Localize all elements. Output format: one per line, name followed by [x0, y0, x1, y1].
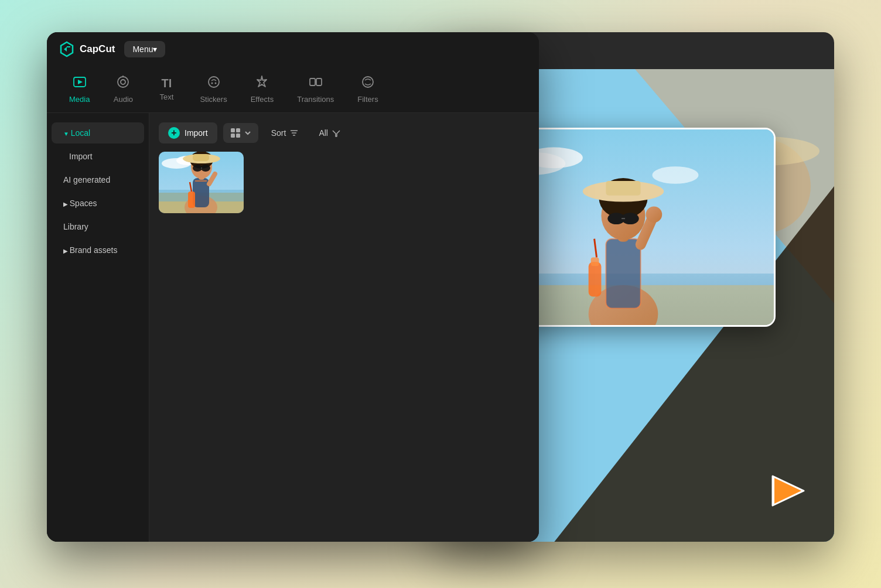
sidebar-item-library[interactable]: Library	[52, 216, 144, 237]
main-content: Local Import AI generated Spaces Library…	[47, 113, 539, 542]
svg-marker-28	[774, 478, 801, 504]
capcut-logo-icon	[59, 41, 75, 57]
chevron-down-icon	[244, 129, 251, 136]
tab-media-label: Media	[69, 95, 90, 104]
svg-point-32	[118, 77, 128, 87]
sort-label: Sort	[271, 128, 286, 138]
svg-marker-31	[78, 80, 83, 84]
svg-point-33	[121, 80, 125, 84]
tab-audio-label: Audio	[114, 95, 133, 104]
svg-rect-18	[606, 181, 640, 196]
grid-view-button[interactable]	[223, 123, 258, 143]
menu-button[interactable]: Menu▾	[124, 41, 165, 57]
sidebar-brand-label: Brand assets	[70, 245, 118, 255]
tab-media[interactable]: Media	[59, 69, 100, 110]
sidebar-item-brand-assets[interactable]: Brand assets	[52, 240, 144, 261]
grid-icon	[230, 128, 241, 138]
app-window: CapCut Menu▾ Media Audio TI Text St	[47, 32, 539, 542]
sidebar-item-local[interactable]: Local	[52, 122, 144, 143]
sidebar-local-label: Local	[71, 128, 90, 138]
svg-rect-38	[310, 78, 315, 86]
media-toolbar: + Import Sort	[159, 122, 530, 143]
tab-effects-label: Effects	[251, 95, 274, 104]
svg-rect-25	[591, 257, 599, 266]
sidebar-import-label: Import	[69, 152, 93, 161]
menu-label: Menu▾	[132, 45, 157, 54]
thumbnail-image	[159, 152, 244, 213]
media-icon	[73, 75, 87, 91]
svg-rect-66	[188, 192, 195, 208]
sidebar-item-spaces[interactable]: Spaces	[52, 193, 144, 214]
toolbar: Media Audio TI Text Stickers Effects	[47, 66, 539, 113]
filter-all-button[interactable]: All	[312, 124, 348, 142]
svg-rect-55	[193, 178, 209, 207]
tab-filters[interactable]: Filters	[347, 69, 388, 110]
import-button[interactable]: + Import	[159, 122, 217, 143]
logo: CapCut	[59, 41, 115, 57]
stickers-icon	[207, 75, 221, 91]
sidebar-item-ai-generated[interactable]: AI generated	[52, 169, 144, 190]
tab-transitions[interactable]: Transitions	[286, 69, 344, 110]
filter-icon	[332, 128, 341, 138]
sidebar-ai-label: AI generated	[63, 175, 110, 184]
import-label: Import	[185, 128, 208, 138]
svg-rect-39	[316, 78, 322, 86]
text-icon: TI	[162, 77, 172, 89]
filters-icon	[361, 75, 375, 91]
tab-stickers[interactable]: Stickers	[189, 69, 237, 110]
tab-stickers-label: Stickers	[200, 95, 227, 104]
sort-icon	[289, 128, 299, 138]
svg-point-36	[211, 83, 213, 84]
svg-point-62	[193, 165, 202, 172]
tab-text-label: Text	[160, 93, 174, 101]
svg-rect-43	[236, 128, 240, 132]
tab-transitions-label: Transitions	[297, 95, 334, 104]
svg-rect-45	[236, 134, 240, 138]
svg-point-8	[652, 166, 698, 184]
sidebar: Local Import AI generated Spaces Library…	[47, 113, 149, 542]
top-bar: CapCut Menu▾	[47, 32, 539, 66]
filter-all-label: All	[319, 128, 328, 138]
sidebar-library-label: Library	[63, 222, 88, 231]
sort-button[interactable]: Sort	[264, 124, 306, 142]
svg-rect-44	[231, 134, 235, 138]
svg-point-37	[214, 83, 216, 84]
effects-icon	[255, 75, 269, 91]
sidebar-spaces-label: Spaces	[70, 199, 97, 208]
tab-audio[interactable]: Audio	[103, 69, 144, 110]
tab-filters-label: Filters	[357, 95, 378, 104]
svg-rect-24	[589, 262, 602, 296]
tab-effects[interactable]: Effects	[240, 69, 285, 110]
svg-point-63	[201, 165, 210, 172]
sidebar-item-import[interactable]: Import	[52, 146, 144, 167]
svg-point-41	[363, 77, 373, 87]
logo-text: CapCut	[80, 43, 115, 55]
media-panel: + Import Sort	[149, 113, 539, 542]
play-cursor[interactable]	[770, 473, 805, 508]
svg-rect-61	[193, 154, 209, 161]
media-thumbnail[interactable]	[159, 152, 244, 213]
media-grid	[159, 152, 530, 213]
tab-text[interactable]: TI Text	[146, 71, 187, 107]
audio-icon	[116, 75, 130, 91]
svg-rect-42	[231, 128, 235, 132]
svg-point-23	[646, 206, 663, 223]
transitions-icon	[309, 75, 323, 91]
import-plus-icon: +	[168, 127, 180, 139]
svg-rect-12	[606, 239, 640, 309]
svg-point-35	[209, 77, 219, 87]
